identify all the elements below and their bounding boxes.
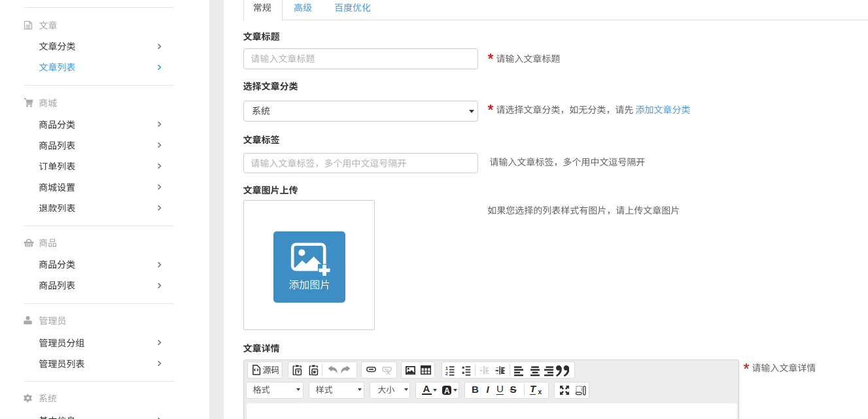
svg-text:2: 2	[445, 371, 447, 376]
